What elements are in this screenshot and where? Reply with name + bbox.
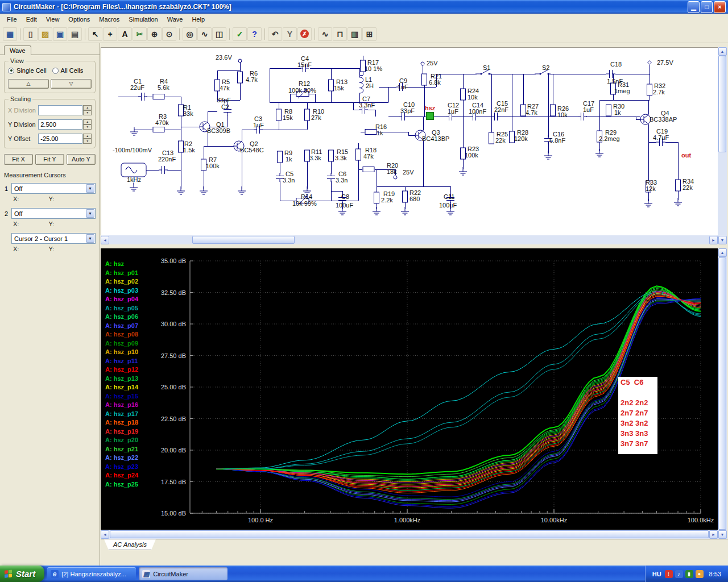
schematic-editor[interactable]: 23.6VC122uFR45.6kR64.7kR547k33pFC2C415nF… <box>101 47 718 235</box>
menu-file[interactable]: File <box>2 14 22 24</box>
chevron-down-icon[interactable]: ▼ <box>86 234 94 243</box>
legend-item[interactable]: A: hsz_p11 <box>105 357 138 367</box>
legend-item[interactable]: A: hsz_p03 <box>105 287 138 296</box>
scrollbar-thumb[interactable] <box>718 56 726 152</box>
scroll-down-icon[interactable]: ▼ <box>718 236 727 244</box>
taskbar-task--2-hangsz-nszab-lyz-[interactable]: e[2] Hangszínszabályz... <box>47 567 136 580</box>
component-label[interactable]: 6.8k <box>429 80 441 86</box>
maximize-button[interactable]: □ <box>701 1 713 13</box>
run-simulation-button[interactable]: ✓ <box>233 27 247 41</box>
component-label[interactable]: C8 <box>341 194 349 200</box>
component-label[interactable]: 25V <box>403 169 414 176</box>
legend-item[interactable]: A: hsz_p25 <box>105 481 138 490</box>
single-cell-radio[interactable] <box>8 68 14 74</box>
component-label[interactable]: 1k <box>614 110 621 116</box>
component-label[interactable]: 470k <box>155 120 169 126</box>
component-label[interactable]: 3.3nF <box>359 102 375 109</box>
scrollbar-thumb[interactable] <box>192 236 295 244</box>
component-label[interactable]: 22nF <box>494 107 508 113</box>
menu-macros[interactable]: Macros <box>94 14 124 24</box>
legend-item[interactable]: A: hsz_p20 <box>105 436 138 446</box>
menu-help[interactable]: Help <box>187 14 209 24</box>
legend-item[interactable]: A: hsz_p01 <box>105 269 138 278</box>
legend-item[interactable]: A: hsz <box>105 260 138 269</box>
component-label[interactable]: 15nF <box>297 62 312 68</box>
legend-item[interactable]: A: hsz_p22 <box>105 454 138 463</box>
security-alert-icon[interactable]: ! <box>665 570 673 578</box>
legend-item[interactable]: A: hsz_p16 <box>105 401 138 410</box>
x-division-input[interactable] <box>38 105 82 115</box>
legend-item[interactable]: A: hsz_p18 <box>105 419 138 428</box>
component-label[interactable]: 4.7k <box>526 110 537 116</box>
legend-item[interactable]: A: hsz_p17 <box>105 410 138 419</box>
auto-y-button[interactable]: Auto Y <box>67 154 96 165</box>
fit-x-button[interactable]: Fit X <box>4 154 33 165</box>
component-label[interactable]: 1uF <box>448 109 458 115</box>
component-label[interactable]: 47k <box>220 85 230 92</box>
legend-item[interactable]: A: hsz_p02 <box>105 278 138 287</box>
component-label[interactable]: 12k <box>646 186 656 192</box>
component-label[interactable]: 15k <box>283 115 293 121</box>
component-label[interactable]: 25V <box>427 60 438 66</box>
update-icon[interactable]: ● <box>696 570 704 578</box>
component-label[interactable]: 1.5k <box>183 147 195 153</box>
component-label[interactable]: BC338AP <box>650 117 677 123</box>
scrollbar-thumb[interactable] <box>718 257 726 530</box>
menu-wave[interactable]: Wave <box>163 14 188 24</box>
next-cell-button[interactable]: ▽ <box>51 79 92 89</box>
component-label[interactable]: 22k <box>682 185 693 191</box>
tab-ac-analysis[interactable]: AC Analysis <box>104 539 156 550</box>
component-label[interactable]: 1uF <box>253 122 264 128</box>
component-label[interactable]: 33k <box>183 111 193 117</box>
component-label[interactable]: 2.2meg <box>599 136 620 142</box>
component-label[interactable]: 1k <box>377 130 383 136</box>
help-button[interactable]: ? <box>247 27 262 41</box>
component-label[interactable]: 23.6V <box>216 55 232 61</box>
component-label[interactable]: 22uF <box>130 85 144 91</box>
x-division-spin-down[interactable]: ▼ <box>83 110 92 115</box>
component-label[interactable]: 3.3n <box>336 177 348 184</box>
probe-waveform-button[interactable]: ∿ <box>197 27 212 41</box>
chart-vertical-scrollbar[interactable]: ▲ ▼ <box>718 248 727 539</box>
parts-bin-button[interactable]: ▦ <box>3 27 17 41</box>
menu-edit[interactable]: Edit <box>22 14 42 24</box>
stop-simulation-button[interactable]: ✗ <box>297 27 312 41</box>
cursor-1-select[interactable]: Off ▼ <box>11 183 96 194</box>
wire-tool-button[interactable]: + <box>103 27 117 41</box>
cursor-difference-select[interactable]: Cursor 2 - Cursor 1 ▼ <box>11 233 96 244</box>
fit-y-button[interactable]: Fit Y <box>35 154 64 165</box>
legend-item[interactable]: A: hsz_p05 <box>105 305 138 314</box>
component-label[interactable]: 220nF <box>158 156 176 163</box>
legend-item[interactable]: A: hsz_p13 <box>105 375 138 384</box>
component-label[interactable]: 10 1% <box>365 66 382 72</box>
zoom-tool-button[interactable]: ⊙ <box>162 27 176 41</box>
new-file-button[interactable]: ▯ <box>23 27 38 41</box>
component-label[interactable]: 15k <box>334 85 344 92</box>
cursor-2-select[interactable]: Off ▼ <box>11 208 96 219</box>
y-division-input[interactable] <box>38 119 82 130</box>
component-label[interactable]: 2.7k <box>653 89 665 95</box>
component-label[interactable]: 4.7k <box>246 77 258 83</box>
component-label[interactable]: S2 <box>542 65 549 71</box>
language-indicator[interactable]: HU <box>652 571 661 577</box>
legend-item[interactable]: A: hsz_p15 <box>105 393 138 402</box>
y-division-spin-up[interactable]: ▲ <box>83 119 92 124</box>
legend-item[interactable]: A: hsz_p04 <box>105 296 138 305</box>
chart-horizontal-scrollbar[interactable]: ◄ ► <box>101 530 718 539</box>
waveform-plot[interactable]: 35.00 dB32.50 dB30.00 dB27.50 dB25.00 dB… <box>101 248 718 530</box>
legend-item[interactable]: A: hsz_p14 <box>105 384 138 393</box>
component-label[interactable]: 100uF <box>336 202 353 209</box>
scroll-up-icon[interactable]: ▲ <box>718 248 727 257</box>
legend-item[interactable]: A: hsz_p07 <box>105 322 138 331</box>
component-label[interactable]: BC413BP <box>422 136 449 142</box>
y-offset-input[interactable] <box>38 134 82 144</box>
scroll-right-icon[interactable]: ► <box>709 236 718 244</box>
component-label[interactable]: C11 <box>444 194 454 200</box>
previous-cell-button[interactable]: △ <box>8 79 49 89</box>
component-label[interactable]: 27.5V <box>657 60 673 66</box>
scroll-left-icon[interactable]: ◄ <box>101 530 109 539</box>
component-label[interactable]: 100k <box>206 163 220 169</box>
component-label[interactable]: 5.6k <box>158 85 169 91</box>
digital-display-button[interactable]: ⊓ <box>333 27 347 41</box>
component-label[interactable]: hsz <box>425 105 435 111</box>
